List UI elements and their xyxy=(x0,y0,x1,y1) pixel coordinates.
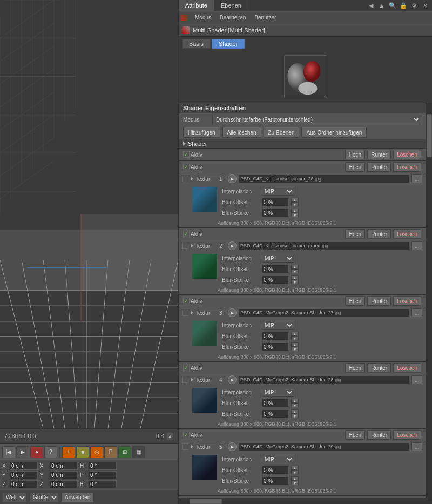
tex-check-3[interactable] xyxy=(182,310,188,316)
tex-circle-2[interactable]: ▶ xyxy=(228,241,237,250)
h-scroll-thumb[interactable] xyxy=(190,499,222,504)
record-btn[interactable]: ● xyxy=(30,446,43,458)
blur-offset-down-5[interactable]: ▼ xyxy=(291,470,299,474)
search-icon[interactable]: 🔍 xyxy=(388,1,397,10)
timeline-expand[interactable]: ▲ xyxy=(166,433,174,440)
play-btn[interactable]: ▶ xyxy=(16,446,29,458)
runter-btn[interactable]: Runter xyxy=(367,150,391,159)
tex-dots-4[interactable]: ... xyxy=(411,375,422,384)
aktiv-check-5[interactable] xyxy=(183,432,190,438)
x-input[interactable] xyxy=(10,462,38,470)
runter-btn-1[interactable]: Runter xyxy=(367,162,391,172)
hoch-btn-1[interactable]: Hoch xyxy=(345,162,365,172)
blur-staerke-down-4[interactable]: ▼ xyxy=(291,414,299,418)
tab-ebenen[interactable]: Ebenen xyxy=(214,0,248,11)
back-icon[interactable]: ◀ xyxy=(366,1,376,10)
loeschen-btn-2[interactable]: Löschen xyxy=(393,229,421,239)
blur-staerke-down-3[interactable]: ▼ xyxy=(291,347,299,351)
tex-check-2[interactable] xyxy=(182,243,188,249)
blur-offset-up-2[interactable]: ▲ xyxy=(291,265,299,269)
blur-staerke-down-2[interactable]: ▼ xyxy=(291,280,299,284)
modus-select[interactable]: Durchschnittsfarbe (Farbtonunterschied) xyxy=(212,115,421,124)
benutzer-menu[interactable]: Benutzer xyxy=(252,15,278,21)
render-btn[interactable]: P xyxy=(104,446,117,458)
loeschen-btn-4[interactable]: Löschen xyxy=(393,363,421,373)
tex-check-5[interactable] xyxy=(182,443,188,450)
modus-menu[interactable]: Modus xyxy=(193,15,213,21)
blur-staerke-3[interactable] xyxy=(262,342,289,351)
loeschen-btn[interactable]: Löschen xyxy=(393,150,421,159)
blur-staerke-up-4[interactable]: ▲ xyxy=(291,409,299,414)
interpolation-3[interactable]: MIP xyxy=(262,321,294,330)
blur-staerke-down-5[interactable]: ▼ xyxy=(291,481,299,485)
aktiv-check-4[interactable] xyxy=(183,365,190,371)
blur-offset-4[interactable] xyxy=(262,399,289,407)
blur-offset-up-3[interactable]: ▲ xyxy=(291,332,299,336)
blur-staerke-2[interactable] xyxy=(262,275,289,284)
shader-triangle[interactable] xyxy=(183,142,186,146)
blur-staerke-up-1[interactable]: ▲ xyxy=(291,209,299,213)
z2-input[interactable] xyxy=(50,480,78,488)
blur-offset-down-4[interactable]: ▼ xyxy=(291,403,299,407)
blur-staerke-up-5[interactable]: ▲ xyxy=(291,476,299,481)
layer-btn[interactable]: ■ xyxy=(76,446,89,458)
hoch-btn-4[interactable]: Hoch xyxy=(345,363,365,373)
tex-triangle-2[interactable] xyxy=(191,244,193,248)
blur-staerke-4[interactable] xyxy=(262,409,289,418)
loeschen-btn-5[interactable]: Löschen xyxy=(393,430,421,440)
zu-ebenen-btn[interactable]: Zu Ebenen xyxy=(264,127,300,138)
tex-dots-5[interactable]: ... xyxy=(411,442,422,451)
tex-check-4[interactable] xyxy=(182,377,188,383)
tex-triangle-4[interactable] xyxy=(191,378,193,382)
blur-offset-up-1[interactable]: ▲ xyxy=(291,198,299,202)
loeschen-btn-1[interactable]: Löschen xyxy=(393,162,421,172)
tex-dots-2[interactable]: ... xyxy=(411,241,422,250)
blur-offset-3[interactable] xyxy=(262,332,289,340)
close-icon[interactable]: ✕ xyxy=(420,1,430,10)
blur-staerke-down-1[interactable]: ▼ xyxy=(291,213,299,217)
runter-btn-3[interactable]: Runter xyxy=(367,296,391,306)
interpolation-4[interactable]: MIP xyxy=(262,388,294,397)
tab-basis[interactable]: Basis xyxy=(182,39,211,49)
blur-staerke-up-3[interactable]: ▲ xyxy=(291,342,299,347)
anwenden-button[interactable]: Anwenden xyxy=(61,492,94,503)
hoch-btn-3[interactable]: Hoch xyxy=(345,296,365,306)
scroll-thumb[interactable] xyxy=(427,114,432,157)
blur-offset-5[interactable] xyxy=(262,466,289,474)
interpolation-5[interactable]: MIP xyxy=(262,455,294,463)
attr-scroll-area[interactable]: Shader-Eigenschaften Modus Durchschnitts… xyxy=(179,103,426,498)
interpolation-2[interactable]: MIP xyxy=(262,254,294,263)
blur-staerke-1[interactable] xyxy=(262,209,289,217)
aktiv-check-2[interactable] xyxy=(183,231,190,237)
blur-offset-up-5[interactable]: ▲ xyxy=(291,466,299,470)
runter-btn-4[interactable]: Runter xyxy=(367,363,391,373)
tex-check-1[interactable] xyxy=(182,176,188,182)
alle-loeschen-btn[interactable]: Alle löschen xyxy=(222,127,261,138)
blur-offset-1[interactable] xyxy=(262,198,289,206)
blur-offset-2[interactable] xyxy=(262,265,289,273)
bearbeiten-menu[interactable]: Bearbeiten xyxy=(218,15,248,21)
interpolation-1[interactable]: MIP xyxy=(262,187,294,196)
runter-btn-2[interactable]: Runter xyxy=(367,229,391,239)
loeschen-btn-3[interactable]: Löschen xyxy=(393,296,421,306)
extra-btn[interactable]: ▦ xyxy=(132,446,145,458)
help-btn[interactable]: ? xyxy=(44,446,57,458)
grid-btn[interactable]: ⊞ xyxy=(118,446,131,458)
blur-staerke-up-2[interactable]: ▲ xyxy=(291,275,299,280)
p-input[interactable] xyxy=(89,471,117,479)
welt-select[interactable]: Welt xyxy=(2,492,27,503)
runter-btn-5[interactable]: Runter xyxy=(367,430,391,440)
settings-icon[interactable]: ⚙ xyxy=(409,1,419,10)
tex-triangle-3[interactable] xyxy=(191,311,193,315)
blur-offset-down-1[interactable]: ▼ xyxy=(291,202,299,206)
aus-ordner-btn[interactable]: Aus Ordner hinzufügen xyxy=(301,127,367,138)
groesse-select[interactable]: Größe xyxy=(29,492,59,503)
aktiv-check-1[interactable] xyxy=(183,164,190,170)
tab-attribute[interactable]: Attribute xyxy=(179,0,214,11)
blur-staerke-5[interactable] xyxy=(262,476,289,485)
tex-circle-4[interactable]: ▶ xyxy=(228,375,237,384)
add-btn[interactable]: + xyxy=(62,446,75,458)
hinzufuegen-btn[interactable]: Hinzufügen xyxy=(183,127,220,138)
tex-circle-1[interactable]: ▶ xyxy=(228,174,237,183)
anim-btn[interactable]: ◎ xyxy=(90,446,103,458)
